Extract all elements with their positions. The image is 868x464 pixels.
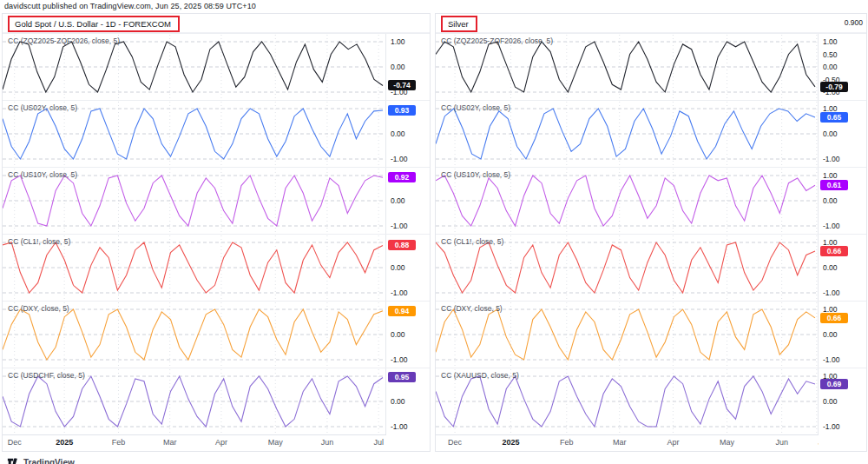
time-axis-label: May <box>720 438 734 447</box>
pane-silver-crude: CC (CL1!, close, 5) 1.00 0.00 -1.00 0.66 <box>436 234 866 301</box>
price-axis[interactable]: 1.00 0.00 -1.00 0.69 <box>818 368 866 434</box>
axis-tick: 0.00 <box>823 63 838 71</box>
value-badge: 0.66 <box>820 246 848 256</box>
axis-tick: 1.00 <box>823 37 838 46</box>
price-axis[interactable]: 1.00 0.00 -1.00 0.94 <box>385 302 430 368</box>
silver-price-axis-tick: 0.900 <box>845 18 863 27</box>
indicator-label: CC (CL1!, close, 5) <box>441 237 503 246</box>
indicator-label: CC (US10Y, close, 5) <box>441 170 510 179</box>
time-axis[interactable]: Dec 2025 Feb Mar Apr May Jun Jul <box>3 434 386 451</box>
value-badge: 0.95 <box>388 372 416 382</box>
indicator-label: CC (US02Y, close, 5) <box>441 103 510 112</box>
price-axis[interactable]: 1.00 0.00 -1.00 -0.74 <box>385 34 430 100</box>
axis-tick: -1.00 <box>823 355 839 364</box>
value-badge: 0.93 <box>388 105 416 116</box>
price-axis[interactable]: 1.00 0.00 -1.00 0.92 <box>385 168 430 234</box>
value-badge: -0.74 <box>388 80 416 90</box>
price-axis[interactable]: 1.00 0.00 -1.00 0.65 <box>818 101 866 167</box>
panel-silver: Silver 0.900 CC (ZQZ2025-ZQF2026, close,… <box>435 13 867 452</box>
time-axis-label: May <box>268 438 283 447</box>
silver-title-row: Silver 0.900 <box>436 14 866 33</box>
axis-tick: 0.00 <box>391 397 405 406</box>
axis-tick: 0.00 <box>823 196 838 205</box>
value-badge: -0.79 <box>820 82 848 92</box>
axis-tick: -1.00 <box>391 422 407 431</box>
time-axis-label: 2025 <box>502 438 519 447</box>
axis-tick: 1.00 <box>823 171 838 180</box>
pane-silver-xauusd: CC (XAUUSD, close, 5) 1.00 0.00 -1.00 0.… <box>436 368 866 434</box>
value-badge: 0.92 <box>388 172 416 182</box>
time-axis-label: Mar <box>613 438 627 447</box>
pane-gold-fedfunds-spread: CC (ZQZ2025-ZQF2026, close, 5) 1.00 0.00… <box>3 33 430 100</box>
axis-tick: 0.00 <box>823 397 838 406</box>
pane-gold-crude: CC (CL1!, close, 5) 1.00 0.00 -1.00 0.88 <box>3 234 430 301</box>
time-axis-label: Feb <box>560 438 574 447</box>
indicator-label: CC (DXY, close, 5) <box>441 304 503 313</box>
time-axis-label: Jun <box>321 438 334 447</box>
axis-tick: 0.00 <box>823 330 838 339</box>
panel-gold: Gold Spot / U.S. Dollar - 1D - FOREXCOM … <box>2 13 431 452</box>
pane-gold-us02y: CC (US02Y, close, 5) 1.00 0.00 -1.00 0.9… <box>3 100 430 167</box>
time-axis-label: Dec <box>8 438 22 447</box>
axis-tick: -1.00 <box>391 222 407 230</box>
gold-symbol-title[interactable]: Gold Spot / U.S. Dollar - 1D - FOREXCOM <box>8 16 180 32</box>
time-axis-label: Jun <box>775 438 788 447</box>
time-axis-label: 2025 <box>56 438 73 447</box>
tradingview-logo-icon[interactable] <box>7 456 19 464</box>
chart-panels: Gold Spot / U.S. Dollar - 1D - FOREXCOM … <box>0 13 868 452</box>
pane-gold-us10y: CC (US10Y, close, 5) 1.00 0.00 -1.00 0.9… <box>3 167 430 234</box>
pane-silver-dxy: CC (DXY, close, 5) 1.00 0.00 -1.00 0.66 <box>436 301 866 368</box>
axis-tick: 0.00 <box>391 330 405 339</box>
axis-tick: 1.00 <box>391 37 405 46</box>
indicator-label: CC (DXY, close, 5) <box>8 304 69 313</box>
indicator-label: CC (XAUUSD, close, 5) <box>441 371 519 380</box>
pane-silver-fedfunds-spread: CC (ZQZ2025-ZQF2026, close, 5) 1.00 0.50… <box>436 33 866 100</box>
price-axis[interactable]: 1.00 0.00 -1.00 0.61 <box>818 168 866 234</box>
indicator-label: CC (CL1!, close, 5) <box>8 237 70 246</box>
axis-tick: 0.00 <box>391 63 405 71</box>
axis-tick: 0.00 <box>391 196 405 205</box>
pane-silver-us02y: CC (US02Y, close, 5) 1.00 0.00 -1.00 0.6… <box>436 100 866 167</box>
value-badge: 0.69 <box>820 379 848 389</box>
axis-tick: -1.00 <box>823 288 839 297</box>
time-axis[interactable]: Dec 2025 Feb Mar Apr May Jun Jul <box>436 434 819 451</box>
time-axis-label: Apr <box>667 438 679 447</box>
indicator-label: CC (ZQZ2025-ZQF2026, close, 5) <box>441 36 553 45</box>
axis-tick: 0.00 <box>823 263 838 272</box>
value-badge: 0.61 <box>820 180 848 190</box>
price-axis[interactable]: 1.00 0.50 0.00 -0.50 -1.00 -0.79 <box>818 34 866 100</box>
pane-silver-us10y: CC (US10Y, close, 5) 1.00 0.00 -1.00 0.6… <box>436 167 866 234</box>
axis-tick: -1.00 <box>391 155 407 163</box>
price-axis[interactable]: 1.00 0.00 -1.00 0.95 <box>385 368 430 434</box>
time-axis-label: Apr <box>215 438 227 447</box>
pane-gold-usdchf: CC (USDCHF, close, 5) 1.00 0.00 -1.00 0.… <box>3 368 430 434</box>
value-badge: 0.88 <box>388 240 416 250</box>
indicator-label: CC (USDCHF, close, 5) <box>8 371 85 380</box>
time-axis-label: Jul <box>373 438 384 447</box>
axis-tick: -1.00 <box>823 155 839 163</box>
axis-tick: 0.00 <box>391 263 405 272</box>
axis-tick: -1.00 <box>823 422 839 431</box>
price-axis[interactable]: 1.00 0.00 -1.00 0.66 <box>818 235 866 301</box>
axis-tick: 0.00 <box>391 129 405 138</box>
indicator-label: CC (US02Y, close, 5) <box>8 103 77 112</box>
axis-tick: 0.50 <box>823 50 838 59</box>
price-axis[interactable]: 1.00 0.00 -1.00 0.88 <box>385 235 430 301</box>
value-badge: 0.94 <box>388 306 416 316</box>
published-attribution: davidscutt published on TradingView.com,… <box>0 0 868 13</box>
axis-tick: -1.00 <box>823 222 839 230</box>
time-axis-label: Mar <box>163 438 177 447</box>
silver-symbol-title[interactable]: Silver <box>441 16 477 32</box>
axis-tick: -1.00 <box>391 355 407 364</box>
axis-tick: 0.00 <box>823 129 838 138</box>
value-badge: 0.65 <box>820 112 848 123</box>
time-axis-label: Feb <box>112 438 126 447</box>
tradingview-brand-text[interactable]: TradingView <box>23 458 75 464</box>
value-badge: 0.66 <box>820 313 848 323</box>
price-axis[interactable]: 1.00 0.00 -1.00 0.93 <box>385 101 430 167</box>
gold-title-row: Gold Spot / U.S. Dollar - 1D - FOREXCOM <box>3 14 430 33</box>
indicator-label: CC (ZQZ2025-ZQF2026, close, 5) <box>8 36 120 45</box>
footer: TradingView <box>0 452 868 464</box>
price-axis[interactable]: 1.00 0.00 -1.00 0.66 <box>818 302 866 368</box>
axis-tick: -1.00 <box>391 288 407 297</box>
